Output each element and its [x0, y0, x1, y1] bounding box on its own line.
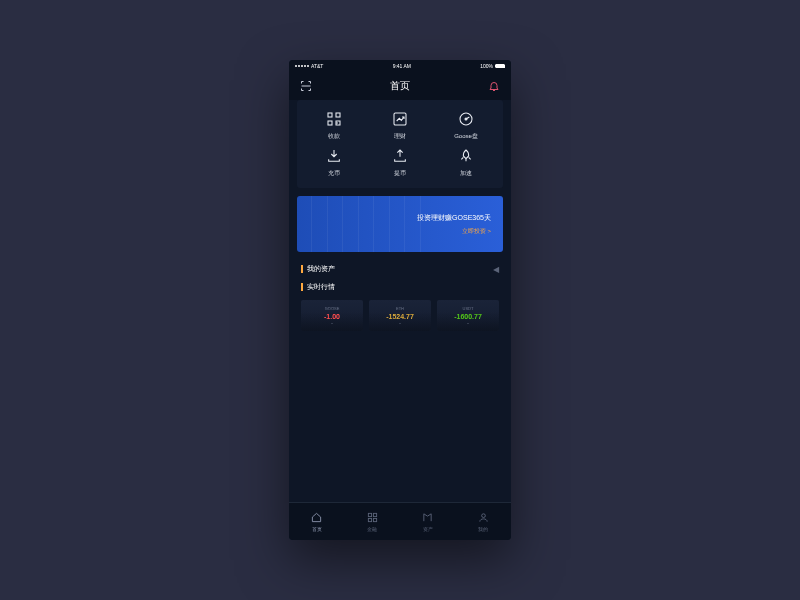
grid-label: Goose盘	[454, 132, 478, 141]
quote-name: ETH	[373, 306, 427, 311]
tab-label: 金融	[367, 526, 377, 532]
grid-item-deposit[interactable]: 充币	[301, 147, 367, 178]
grid-label: 收款	[328, 132, 340, 141]
chart-up-icon	[390, 110, 410, 128]
promo-title: 投资理财赚GOSE365天	[417, 213, 491, 223]
tab-label: 我的	[478, 526, 488, 532]
grid-label: 加速	[460, 169, 472, 178]
quote-card[interactable]: GOOSE -1.00 --	[301, 300, 363, 331]
tab-label: 资产	[423, 526, 433, 532]
quote-value: -1.00	[305, 313, 359, 320]
svg-rect-1	[336, 113, 340, 117]
status-time: 9:41 AM	[393, 63, 411, 69]
wallet-icon	[422, 512, 434, 524]
grid-label: 提币	[394, 169, 406, 178]
svg-rect-2	[328, 121, 332, 125]
grid-item-finance[interactable]: 理财	[367, 110, 433, 141]
home-icon	[311, 512, 323, 524]
section-title: 我的资产	[307, 264, 335, 274]
quote-card[interactable]: ETH -1524.77 --	[369, 300, 431, 331]
user-icon	[477, 512, 489, 524]
status-left: AT&T	[295, 63, 323, 69]
tab-assets[interactable]: 资产	[400, 503, 456, 540]
nav-bar: 首页	[289, 72, 511, 100]
svg-point-5	[465, 118, 467, 120]
promo-text: 投资理财赚GOSE365天 立即投资 >	[417, 213, 491, 236]
battery-icon	[495, 64, 505, 68]
section-assets[interactable]: 我的资产 ◀	[289, 260, 511, 278]
quote-row: GOOSE -1.00 -- ETH -1524.77 -- USDT -160…	[289, 296, 511, 339]
tab-finance[interactable]: 金融	[345, 503, 401, 540]
section-title: 实时行情	[307, 282, 335, 292]
grid-item-withdraw[interactable]: 提币	[367, 147, 433, 178]
grid-label: 充币	[328, 169, 340, 178]
section-head-left: 我的资产	[301, 264, 335, 274]
qr-icon	[324, 110, 344, 128]
section-quotes: 实时行情	[289, 278, 511, 296]
withdraw-icon	[390, 147, 410, 165]
quote-sub: --	[441, 321, 495, 325]
status-bar: AT&T 9:41 AM 100%	[289, 60, 511, 72]
carrier-label: AT&T	[311, 63, 323, 69]
promo-decoration	[297, 196, 421, 252]
scan-icon[interactable]	[299, 79, 313, 93]
quote-value: -1600.77	[441, 313, 495, 320]
svg-rect-7	[373, 513, 376, 516]
bell-icon[interactable]	[487, 79, 501, 93]
gauge-icon	[456, 110, 476, 128]
deposit-icon	[324, 147, 344, 165]
svg-point-10	[481, 514, 485, 518]
tab-bar: 首页 金融 资产 我的	[289, 502, 511, 540]
promo-card[interactable]: 投资理财赚GOSE365天 立即投资 >	[297, 196, 503, 252]
quote-name: USDT	[441, 306, 495, 311]
grid-item-receive[interactable]: 收款	[301, 110, 367, 141]
section-head-left: 实时行情	[301, 282, 335, 292]
section-accent	[301, 265, 303, 273]
svg-rect-6	[368, 513, 371, 516]
tab-label: 首页	[312, 526, 322, 532]
apps-icon	[366, 512, 378, 524]
tab-profile[interactable]: 我的	[456, 503, 512, 540]
chevron-left-icon: ◀	[493, 265, 499, 274]
battery-label: 100%	[480, 63, 493, 69]
quote-name: GOOSE	[305, 306, 359, 311]
svg-rect-0	[328, 113, 332, 117]
promo-cta: 立即投资 >	[417, 227, 491, 236]
svg-rect-8	[368, 518, 371, 521]
quote-sub: --	[373, 321, 427, 325]
status-right: 100%	[480, 63, 505, 69]
feature-grid: 收款 理财 Goose盘 充币	[297, 100, 503, 188]
quote-value: -1524.77	[373, 313, 427, 320]
grid-label: 理财	[394, 132, 406, 141]
svg-rect-9	[373, 518, 376, 521]
phone-frame: AT&T 9:41 AM 100% 首页	[289, 60, 511, 540]
grid-item-goose[interactable]: Goose盘	[433, 110, 499, 141]
quote-card[interactable]: USDT -1600.77 --	[437, 300, 499, 331]
tab-home[interactable]: 首页	[289, 503, 345, 540]
quote-sub: --	[305, 321, 359, 325]
section-accent	[301, 283, 303, 291]
rocket-icon	[456, 147, 476, 165]
grid-item-boost[interactable]: 加速	[433, 147, 499, 178]
page-title: 首页	[390, 79, 410, 93]
signal-icon	[295, 65, 309, 67]
